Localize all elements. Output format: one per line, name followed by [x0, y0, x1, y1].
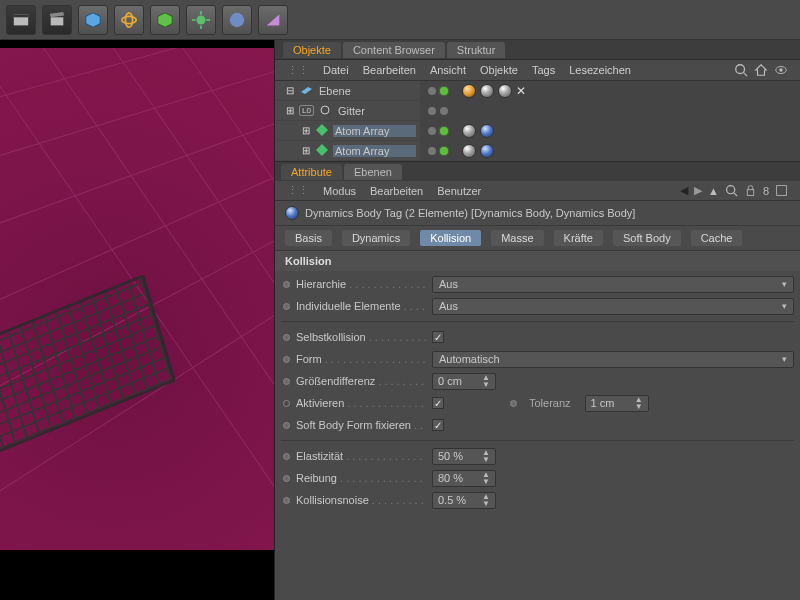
object-label[interactable]: Atom Array	[333, 125, 416, 137]
svg-point-5	[122, 16, 136, 23]
lock-icon[interactable]	[744, 184, 757, 197]
tag-x-icon[interactable]: ✕	[516, 84, 526, 98]
array-icon	[315, 123, 329, 139]
object-label[interactable]: Atom Array	[333, 145, 416, 157]
menu-ansicht[interactable]: Ansicht	[430, 64, 466, 76]
menu-tags[interactable]: Tags	[532, 64, 555, 76]
checkbox-selbstkollision[interactable]: ✓	[432, 331, 444, 343]
svg-rect-2	[51, 17, 64, 25]
tab-ebenen[interactable]: Ebenen	[344, 164, 402, 180]
subtab-basis[interactable]: Basis	[285, 230, 332, 246]
attributes-menu: ⋮⋮ Modus Bearbeiten Benutzer ◀ ▶ ▲ 8	[275, 181, 800, 201]
tab-objekte[interactable]: Objekte	[283, 42, 341, 58]
menu-objekte[interactable]: Objekte	[480, 64, 518, 76]
stepper-icon[interactable]: ▲▼	[635, 396, 643, 410]
material-tag-icon[interactable]	[480, 144, 494, 158]
visibility-dot[interactable]	[428, 107, 436, 115]
material-tag-icon[interactable]	[480, 84, 494, 98]
object-label[interactable]: Gitter	[336, 105, 416, 117]
dropdown-individuelle elemente[interactable]: Aus▾	[432, 298, 794, 315]
visibility-dot[interactable]	[440, 107, 448, 115]
menu-benutzer[interactable]: Benutzer	[437, 185, 481, 197]
object-label[interactable]: Ebene	[317, 85, 416, 97]
numfield-elastizität[interactable]: 50 %▲▼	[432, 448, 496, 465]
stepper-icon[interactable]: ▲▼	[482, 493, 490, 507]
tool-rings-icon[interactable]	[114, 5, 144, 35]
eye-icon[interactable]	[774, 63, 788, 77]
tab-attribute[interactable]: Attribute	[281, 164, 342, 180]
tool-sphere-icon[interactable]	[222, 5, 252, 35]
search2-icon[interactable]	[725, 184, 738, 197]
subtab-cache[interactable]: Cache	[691, 230, 743, 246]
nav-fwd-icon[interactable]: ▶	[694, 184, 702, 197]
expand-icon[interactable]: ⊞	[301, 145, 311, 156]
material-tag-icon[interactable]	[498, 84, 512, 98]
visibility-dot[interactable]	[440, 127, 448, 135]
menu-bearbeiten2[interactable]: Bearbeiten	[370, 185, 423, 197]
material-tag-icon[interactable]	[462, 144, 476, 158]
stepper-icon[interactable]: ▲▼	[482, 374, 490, 388]
svg-line-16	[0, 58, 274, 168]
object-row-0[interactable]: ⊟Ebene✕	[275, 81, 800, 101]
menu-datei[interactable]: Datei	[323, 64, 349, 76]
checkbox-soft body form fixieren[interactable]: ✓	[432, 419, 444, 431]
checkbox-aktivieren[interactable]: ✓	[432, 397, 444, 409]
object-row-3[interactable]: ⊞Atom Array	[275, 141, 800, 161]
object-row-2[interactable]: ⊞Atom Array	[275, 121, 800, 141]
chevron-down-icon: ▾	[782, 354, 787, 364]
subtab-dynamics[interactable]: Dynamics	[342, 230, 410, 246]
prop-label: Selbstkollision	[296, 331, 426, 343]
object-row-1[interactable]: ⊞L0Gitter	[275, 101, 800, 121]
material-tag-icon[interactable]	[480, 124, 494, 138]
home-icon[interactable]	[754, 63, 768, 77]
svg-rect-12	[206, 19, 210, 21]
subtab-kollision[interactable]: Kollision	[420, 230, 481, 246]
collapse-icon[interactable]: ⊟	[285, 85, 295, 96]
subtab-masse[interactable]: Masse	[491, 230, 543, 246]
array-icon	[315, 143, 329, 159]
viewport[interactable]	[0, 40, 275, 600]
settings-icon[interactable]	[775, 184, 788, 197]
prop-bullet	[283, 475, 290, 482]
subtab-soft body[interactable]: Soft Body	[613, 230, 681, 246]
prop-soft-body-form-fixieren: Soft Body Form fixieren✓	[281, 414, 794, 436]
numfield-kollisionsnoise[interactable]: 0.5 %▲▼	[432, 492, 496, 509]
tool-film-icon[interactable]	[6, 5, 36, 35]
stepper-icon[interactable]: ▲▼	[482, 471, 490, 485]
object-tree[interactable]: ⊟Ebene✕⊞L0Gitter⊞Atom Array⊞Atom Array	[275, 81, 800, 161]
stepper-icon[interactable]: ▲▼	[482, 449, 490, 463]
expand-icon[interactable]: ⊞	[285, 105, 295, 116]
search-icon[interactable]	[734, 63, 748, 77]
tool-clapper-icon[interactable]	[42, 5, 72, 35]
menu-modus[interactable]: Modus	[323, 185, 356, 197]
badge-8-icon[interactable]: 8	[763, 185, 769, 197]
tab-content-browser[interactable]: Content Browser	[343, 42, 445, 58]
dropdown-form[interactable]: Automatisch▾	[432, 351, 794, 368]
menu-bearbeiten[interactable]: Bearbeiten	[363, 64, 416, 76]
menu-lesezeichen[interactable]: Lesezeichen	[569, 64, 631, 76]
dropdown-hierarchie[interactable]: Aus▾	[432, 276, 794, 293]
visibility-dot[interactable]	[428, 147, 436, 155]
visibility-dot[interactable]	[428, 127, 436, 135]
numfield-größendifferenz[interactable]: 0 cm▲▼	[432, 373, 496, 390]
subtab-kräfte[interactable]: Kräfte	[554, 230, 603, 246]
prop-label: Aktivieren	[296, 397, 426, 409]
prop-elastizität: Elastizität50 %▲▼	[281, 445, 794, 467]
visibility-dot[interactable]	[428, 87, 436, 95]
tool-gear-icon[interactable]	[186, 5, 216, 35]
nav-back-icon[interactable]: ◀	[680, 184, 688, 197]
prop-bullet	[510, 400, 517, 407]
visibility-dot[interactable]	[440, 147, 448, 155]
nav-up-icon[interactable]: ▲	[708, 185, 719, 197]
visibility-dot[interactable]	[440, 87, 448, 95]
prop-bullet	[283, 303, 290, 310]
tab-struktur[interactable]: Struktur	[447, 42, 506, 58]
numfield-reibung[interactable]: 80 %▲▼	[432, 470, 496, 487]
expand-icon[interactable]: ⊞	[301, 125, 311, 136]
numfield-toleranz[interactable]: 1 cm▲▼	[585, 395, 649, 412]
material-tag-icon[interactable]	[462, 84, 476, 98]
tool-cube-green-icon[interactable]	[150, 5, 180, 35]
tool-cube-icon[interactable]	[78, 5, 108, 35]
tool-wedge-icon[interactable]	[258, 5, 288, 35]
material-tag-icon[interactable]	[462, 124, 476, 138]
